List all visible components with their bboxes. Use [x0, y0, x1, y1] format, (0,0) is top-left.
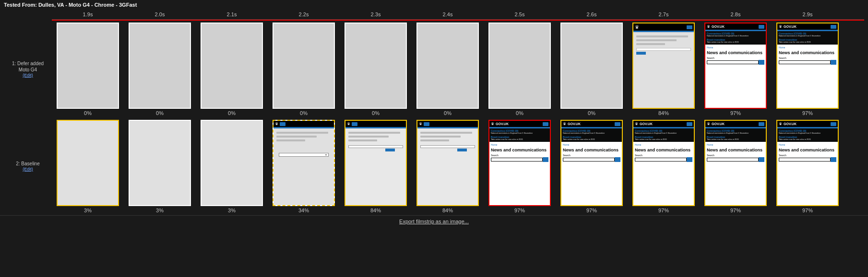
page-heading: News and communications [563, 148, 620, 153]
search-input[interactable] [563, 158, 615, 162]
loading-bar [420, 132, 472, 134]
page-content: Home News and communications Search [561, 142, 622, 205]
frame-percent: 97% [586, 208, 597, 213]
blank-frame [202, 121, 262, 205]
search-button[interactable] [385, 149, 395, 151]
frame-percent: 97% [658, 208, 669, 213]
search-button[interactable] [636, 52, 646, 55]
frame-cell: 0% [412, 23, 484, 116]
blank-frame [489, 23, 550, 108]
search-input[interactable] [348, 145, 403, 148]
frame-cell: ♛ GOV.UK Coronavirus (COVID-19) National… [484, 120, 556, 213]
row-2: 2: Baseline (Edit) 3%3%3% ♛ ▼ 34% [4, 120, 864, 213]
frame-wrapper [345, 23, 407, 109]
frame-percent: 0% [84, 110, 92, 116]
search-input[interactable] [635, 158, 687, 162]
search-button[interactable] [831, 157, 836, 162]
frame-cell: 3% [196, 120, 268, 213]
search-input[interactable] [491, 158, 543, 162]
search-button[interactable] [687, 157, 692, 162]
page-content: Home News and communications Search [777, 45, 838, 108]
frame-wrapper: ♛ [416, 120, 479, 206]
search-label: Search [491, 154, 548, 157]
frame-percent: 84% [370, 208, 381, 213]
frame-percent: 97% [514, 208, 525, 213]
row-1-edit[interactable]: (Edit) [23, 73, 33, 79]
search-input[interactable] [420, 145, 475, 148]
frame-cell: ♛ 84% [340, 120, 412, 213]
search-input[interactable] [779, 60, 831, 64]
frame-cell: ♛ 84% [412, 120, 484, 213]
frame-cell: 0% [52, 23, 124, 116]
search-button[interactable] [615, 157, 620, 162]
loading-bar [348, 136, 389, 138]
notif1-text: National restrictions in England from 5 … [779, 132, 836, 135]
frame-wrapper [488, 23, 551, 109]
frame-percent: 0% [516, 110, 523, 116]
search-input[interactable] [707, 158, 759, 162]
frame-wrapper [129, 120, 191, 206]
time-cell: 2.7s [628, 10, 700, 19]
search-button[interactable] [759, 157, 764, 162]
dropdown-arrow-icon: ▼ [325, 153, 327, 156]
crown-icon: ♛ [563, 122, 566, 126]
search-input[interactable] [707, 60, 759, 64]
loading-bar [276, 139, 305, 141]
blank-frame [417, 23, 478, 108]
search-label: Search [779, 57, 836, 59]
crown-icon: ♛ [779, 122, 782, 126]
frame-cell: ♛ ▼ 34% [268, 120, 340, 213]
notif-section: Coronavirus (COVID-19) National restrict… [705, 128, 766, 142]
breadcrumb: Home [491, 143, 548, 146]
page-heading: News and communications [779, 50, 836, 56]
notif-section: Coronavirus (COVID-19) National restrict… [489, 128, 550, 142]
frame-wrapper: ♛ GOV.UK Coronavirus (COVID-19) National… [704, 120, 767, 206]
frame-cell: 3% [124, 120, 196, 213]
frame-wrapper: ♛ GOV.UK Coronavirus (COVID-19) National… [560, 120, 623, 206]
search-button[interactable] [759, 60, 764, 65]
search-input[interactable] [779, 158, 831, 162]
frame-percent: 0% [588, 110, 595, 116]
search-box [707, 60, 764, 65]
frame-percent: 84% [658, 110, 669, 116]
search-button[interactable] [831, 60, 836, 65]
prefix-text: Tested From: Dulles, VA - [4, 2, 69, 8]
page-heading: News and communications [707, 50, 764, 56]
breadcrumb: Home [707, 46, 764, 49]
speed-text: 3GFast [119, 2, 137, 8]
frame-percent: 0% [228, 110, 236, 116]
search-box [707, 157, 764, 162]
search-button[interactable] [457, 149, 467, 151]
notif1-text: National restrictions in England from 5 … [707, 132, 764, 135]
select-box[interactable]: ▼ [279, 153, 329, 157]
search-button[interactable] [543, 157, 548, 162]
notif1-text: National restrictions in England from 5 … [563, 132, 620, 135]
frame-percent: 3% [84, 208, 92, 213]
page-content: Home News and communications Search [705, 142, 766, 205]
page-heading: News and communications [779, 148, 836, 153]
notif2-text: Take action now for new rules in 2021 [779, 138, 836, 141]
export-bar[interactable]: Export filmstrip as an image... [0, 215, 868, 227]
breadcrumb: Home [779, 46, 836, 49]
notif-section: Coronavirus (COVID-19) National restrict… [705, 31, 766, 45]
row-2-label: 2: Baseline (Edit) [4, 120, 52, 213]
row-2-edit[interactable]: (Edit) [23, 167, 33, 173]
time-cell: 2.6s [556, 10, 628, 19]
frame-percent: 0% [444, 110, 452, 116]
loading-bar [276, 136, 317, 138]
frame-cell: ♛ GOV.UK Coronavirus (COVID-19) National… [700, 120, 772, 213]
frame-wrapper: ♛ GOV.UK Coronavirus (COVID-19) National… [776, 23, 839, 109]
page-content: Home News and communications Search [777, 142, 838, 205]
page-heading: News and communications [707, 148, 764, 153]
search-input[interactable] [636, 48, 691, 51]
time-cell: 2.1s [196, 10, 268, 19]
row-1: 1: Defer addedMoto G4 (Edit) 0%0%0%0%0%0… [4, 23, 864, 116]
frame-cell: 0% [340, 23, 412, 116]
blank-frame [202, 23, 262, 108]
menu-icon [687, 25, 692, 29]
breadcrumb: Home [563, 143, 620, 146]
notif2-text: Take action now for new rules in 2021 [563, 138, 620, 141]
time-cell: 2.4s [412, 10, 484, 19]
menu-icon [759, 122, 764, 126]
breadcrumb: Home [707, 143, 764, 146]
